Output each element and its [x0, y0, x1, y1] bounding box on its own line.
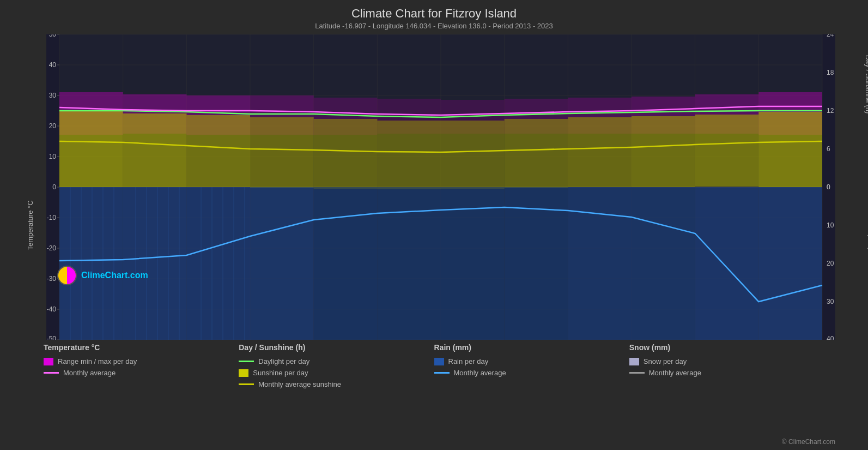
- sunshine-bars: [59, 111, 822, 189]
- legend-label-snow-bar: Snow per day: [644, 357, 687, 365]
- legend-box-temp-range: [44, 358, 53, 365]
- legend-label-temp-range: Range min / max per day: [58, 357, 137, 365]
- svg-rect-37: [59, 111, 123, 187]
- svg-rect-39: [186, 115, 250, 187]
- svg-text:-30: -30: [47, 275, 57, 283]
- svg-rect-46: [632, 116, 695, 187]
- right-axis-label-top: Day / Sunshine (h): [865, 55, 868, 114]
- legend-line-sunshine-avg: [239, 383, 254, 385]
- legend-title-snow: Snow (mm): [629, 343, 824, 352]
- svg-text:-50: -50: [47, 335, 57, 340]
- svg-rect-52: [250, 187, 314, 340]
- legend-column-snow: Snow (mm) Snow per day Monthly average: [629, 343, 824, 388]
- legend-column-rain: Rain (mm) Rain per day Monthly average: [434, 343, 629, 388]
- watermark-bottom-left: ClimeChart.com: [57, 266, 148, 285]
- svg-text:6: 6: [827, 145, 830, 153]
- legend-label-daylight: Daylight per day: [258, 357, 309, 365]
- svg-rect-58: [632, 187, 695, 340]
- legend-area: Temperature °C Range min / max per day M…: [44, 343, 824, 388]
- left-axis-ticks: [57, 34, 59, 340]
- svg-text:40: 40: [49, 61, 57, 69]
- svg-text:-10: -10: [47, 214, 57, 221]
- legend-title-sunshine: Day / Sunshine (h): [239, 343, 434, 352]
- svg-rect-59: [695, 187, 759, 340]
- svg-text:30: 30: [49, 92, 57, 99]
- svg-rect-60: [758, 187, 822, 340]
- svg-rect-50: [123, 187, 187, 340]
- main-chart-svg: 50 40 30 20 10 0 -10 -20 -30 -40 -50 24 …: [46, 34, 835, 340]
- svg-text:50: 50: [49, 34, 57, 38]
- svg-rect-57: [568, 187, 632, 340]
- svg-text:20: 20: [49, 122, 57, 130]
- chart-title: Climate Chart for Fitzroy Island: [0, 0, 868, 21]
- svg-rect-47: [695, 115, 759, 187]
- legend-item-rain-avg: Monthly average: [434, 369, 629, 377]
- legend-box-snow: [629, 358, 639, 365]
- legend-line-rain-avg: [434, 372, 450, 374]
- svg-rect-41: [314, 119, 378, 189]
- left-axis-labels: 50 40 30 20 10 0 -10 -20 -30 -40 -50: [47, 34, 57, 340]
- legend-column-sunshine: Day / Sunshine (h) Daylight per day Suns…: [239, 343, 434, 388]
- legend-label-sunshine-bar: Sunshine per day: [253, 369, 308, 377]
- svg-text:-40: -40: [47, 305, 57, 313]
- svg-rect-53: [314, 187, 378, 340]
- legend-item-temp-range: Range min / max per day: [44, 357, 239, 365]
- legend-item-temp-avg: Monthly average: [44, 369, 239, 377]
- legend-label-snow-avg: Monthly average: [649, 369, 701, 377]
- svg-text:20: 20: [827, 260, 834, 267]
- svg-text:30: 30: [827, 298, 834, 305]
- legend-box-rain: [434, 358, 444, 365]
- legend-item-sunshine-bar: Sunshine per day: [239, 369, 434, 377]
- svg-text:-20: -20: [47, 244, 57, 252]
- svg-rect-51: [186, 187, 250, 340]
- svg-rect-40: [250, 117, 314, 188]
- legend-column-temperature: Temperature °C Range min / max per day M…: [44, 343, 239, 388]
- svg-rect-48: [758, 112, 822, 187]
- legend-item-daylight: Daylight per day: [239, 357, 434, 365]
- svg-rect-43: [441, 121, 505, 189]
- legend-item-rain-bar: Rain per day: [434, 357, 629, 365]
- svg-rect-49: [59, 187, 123, 340]
- legend-item-snow-bar: Snow per day: [629, 357, 824, 365]
- legend-label-temp-avg: Monthly average: [63, 369, 116, 377]
- svg-text:0: 0: [827, 183, 830, 191]
- legend-line-temp-avg: [44, 372, 59, 374]
- right-axis-top-labels: 24 18 12 6 0: [827, 34, 834, 191]
- main-container: Climate Chart for Fitzroy Island Latitud…: [0, 0, 868, 450]
- svg-text:10: 10: [49, 153, 57, 160]
- svg-text:10: 10: [827, 221, 834, 229]
- copyright-text: © ClimeChart.com: [782, 438, 835, 446]
- legend-label-rain-bar: Rain per day: [448, 357, 489, 365]
- legend-line-daylight: [239, 361, 254, 362]
- svg-rect-38: [123, 113, 187, 187]
- legend-item-snow-avg: Monthly average: [629, 369, 824, 377]
- legend-label-rain-avg: Monthly average: [454, 369, 506, 377]
- legend-title-rain: Rain (mm): [434, 343, 629, 352]
- legend-label-sunshine-avg: Monthly average sunshine: [258, 380, 341, 388]
- svg-text:18: 18: [827, 69, 834, 76]
- svg-text:12: 12: [827, 107, 834, 115]
- legend-line-snow-avg: [629, 372, 645, 374]
- legend-title-temp: Temperature °C: [44, 343, 239, 352]
- svg-rect-45: [568, 117, 632, 187]
- svg-text:40: 40: [827, 335, 834, 340]
- chart-subtitle: Latitude -16.907 - Longitude 146.034 - E…: [0, 22, 868, 30]
- right-axis-bottom-labels: 0 10 20 30 40: [827, 183, 834, 340]
- svg-rect-44: [505, 119, 568, 188]
- legend-item-sunshine-avg: Monthly average sunshine: [239, 380, 434, 388]
- watermark-text-bottom: ClimeChart.com: [81, 271, 148, 280]
- logo-bottom-left: [57, 266, 77, 285]
- svg-rect-42: [377, 121, 441, 189]
- svg-text:24: 24: [827, 34, 834, 38]
- svg-text:0: 0: [52, 183, 56, 191]
- legend-box-sunshine: [239, 369, 248, 377]
